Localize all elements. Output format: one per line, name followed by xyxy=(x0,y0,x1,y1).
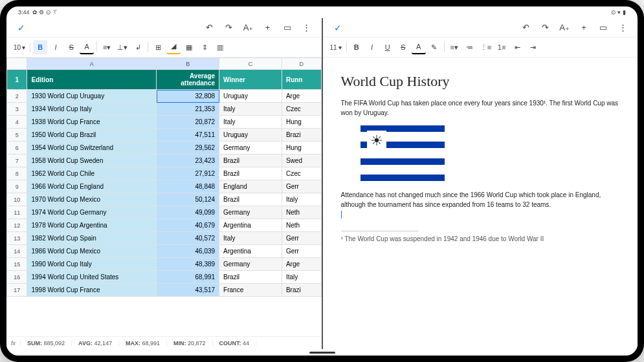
cell[interactable]: Argentina xyxy=(219,219,282,232)
cell[interactable]: 32,808 xyxy=(157,90,219,103)
redo-button[interactable]: ↷ xyxy=(222,21,236,35)
row-header[interactable]: 3 xyxy=(7,103,27,116)
cell[interactable]: Brazi xyxy=(282,284,321,297)
fx-label[interactable]: fx xyxy=(6,340,21,346)
row-header[interactable]: 4 xyxy=(7,116,27,129)
row-header[interactable]: 1 xyxy=(7,70,27,90)
outdent-button[interactable]: ⇤ xyxy=(510,40,524,54)
cell[interactable]: 20,872 xyxy=(157,116,219,129)
cell[interactable]: 1958 World Cup Sweden xyxy=(27,154,157,167)
linespace-button[interactable]: ≔ xyxy=(463,40,477,54)
row-header[interactable]: 12 xyxy=(7,219,27,232)
textfmt-button[interactable]: A₊ xyxy=(557,21,572,35)
confirm-button[interactable]: ✓ xyxy=(14,21,28,35)
cell[interactable]: 21,353 xyxy=(157,103,219,116)
grid[interactable]: ABCD1EditionAverage attendanceWinnerRunn… xyxy=(6,58,322,336)
rowheight-button[interactable]: ⇕ xyxy=(197,40,212,54)
row-header[interactable]: 13 xyxy=(7,232,27,245)
row-header[interactable]: 5 xyxy=(7,129,27,142)
cell[interactable]: Swed xyxy=(282,154,321,167)
cols-button[interactable]: ▥ xyxy=(213,40,227,54)
cell[interactable]: 1994 World Cup United States xyxy=(27,271,157,284)
cell[interactable]: Germany xyxy=(219,258,282,271)
row-header[interactable]: 6 xyxy=(7,142,27,154)
cell[interactable]: Italy xyxy=(282,193,321,206)
cell[interactable]: 1930 World Cup Uruguay xyxy=(27,90,157,103)
row-header[interactable]: 8 xyxy=(7,167,27,180)
cell[interactable]: 1950 World Cup Brazil xyxy=(27,129,157,142)
cell[interactable]: 1990 World Cup Italy xyxy=(27,258,157,271)
row-header[interactable]: 7 xyxy=(7,154,27,167)
header-cell[interactable]: Winner xyxy=(219,70,282,90)
row-header[interactable]: 14 xyxy=(7,245,27,258)
cell[interactable]: Arge xyxy=(282,258,321,271)
cell[interactable]: France xyxy=(219,284,282,297)
row-header[interactable]: 15 xyxy=(7,258,27,271)
halign-button[interactable]: ≡▾ xyxy=(100,40,114,54)
row-header[interactable]: 16 xyxy=(7,271,27,284)
cell[interactable]: 1978 World Cup Argentina xyxy=(27,219,157,232)
cell[interactable]: 48,389 xyxy=(157,258,219,271)
fillcolor-button[interactable]: ◢ xyxy=(166,40,181,54)
indent-button[interactable]: ⇥ xyxy=(526,40,540,54)
cell[interactable]: Brazil xyxy=(219,193,282,206)
more-button[interactable]: ⋮ xyxy=(300,21,314,35)
cell[interactable]: 49,099 xyxy=(157,206,219,219)
cell[interactable]: Italy xyxy=(219,116,282,129)
textfmt-button[interactable]: A₊ xyxy=(241,21,256,35)
cell[interactable]: Brazil xyxy=(219,154,282,167)
italic-button[interactable]: I xyxy=(49,40,63,54)
cell[interactable]: 1938 World Cup France xyxy=(27,116,157,129)
col-header[interactable]: A xyxy=(27,58,157,70)
cell[interactable]: 23,423 xyxy=(157,154,219,167)
cell[interactable]: 40,679 xyxy=(157,219,219,232)
row-header[interactable]: 9 xyxy=(7,180,27,193)
bullet-button[interactable]: ⋮≡ xyxy=(478,40,493,54)
cell[interactable]: 48,848 xyxy=(157,180,219,193)
cell[interactable]: 46,039 xyxy=(157,245,219,258)
undo-button[interactable]: ↶ xyxy=(203,21,217,35)
redo-button[interactable]: ↷ xyxy=(538,21,552,35)
col-header[interactable]: B xyxy=(157,58,219,70)
cell[interactable]: Hung xyxy=(282,142,321,154)
col-header[interactable]: D xyxy=(282,58,321,70)
cell[interactable]: 1998 World Cup France xyxy=(27,284,157,297)
row-header[interactable]: 11 xyxy=(7,206,27,219)
add-button[interactable]: + xyxy=(261,21,275,35)
merge-button[interactable]: ⊞ xyxy=(151,40,165,54)
cell[interactable]: 1986 World Cup Mexico xyxy=(27,245,157,258)
cell[interactable]: 29,562 xyxy=(157,142,219,154)
row-header[interactable]: 17 xyxy=(7,284,27,297)
confirm-button[interactable]: ✓ xyxy=(331,21,345,35)
cell[interactable]: Neth xyxy=(282,219,321,232)
add-button[interactable]: + xyxy=(577,21,591,35)
document-body[interactable]: World Cup History The FIFA World Cup has… xyxy=(323,58,638,349)
cell[interactable]: Italy xyxy=(219,103,282,116)
cell[interactable]: Argentina xyxy=(219,245,282,258)
cell[interactable]: 1974 World Cup Germany xyxy=(27,206,157,219)
cell[interactable]: Gerr xyxy=(282,232,321,245)
align-button[interactable]: ≡▾ xyxy=(447,40,461,54)
undo-button[interactable]: ↶ xyxy=(518,21,533,35)
header-cell[interactable]: Runn xyxy=(282,70,321,90)
bold-button[interactable]: B xyxy=(350,40,364,54)
italic-button[interactable]: I xyxy=(365,40,379,54)
cell[interactable]: 50,124 xyxy=(157,193,219,206)
comment-button[interactable]: ▭ xyxy=(596,21,610,35)
cell[interactable]: 1970 World Cup Mexico xyxy=(27,193,157,206)
cell[interactable]: Italy xyxy=(219,232,282,245)
row-header[interactable]: 10 xyxy=(7,193,27,206)
cell[interactable]: Hung xyxy=(282,116,321,129)
cell[interactable]: Neth xyxy=(282,206,321,219)
valign-button[interactable]: ⊥▾ xyxy=(115,40,129,54)
cell[interactable]: 1982 World Cup Spain xyxy=(27,232,157,245)
cell[interactable]: Gerr xyxy=(282,245,321,258)
cell[interactable]: Brazil xyxy=(219,271,282,284)
cell[interactable]: Italy xyxy=(282,271,321,284)
cell[interactable]: Uruguay xyxy=(219,90,282,103)
cell[interactable]: Arge xyxy=(282,90,321,103)
fontsize-select[interactable]: 10 ▾ xyxy=(12,40,27,54)
cell[interactable]: Brazil xyxy=(219,167,282,180)
cell[interactable]: Germany xyxy=(219,142,282,154)
header-cell[interactable]: Edition xyxy=(27,70,157,90)
